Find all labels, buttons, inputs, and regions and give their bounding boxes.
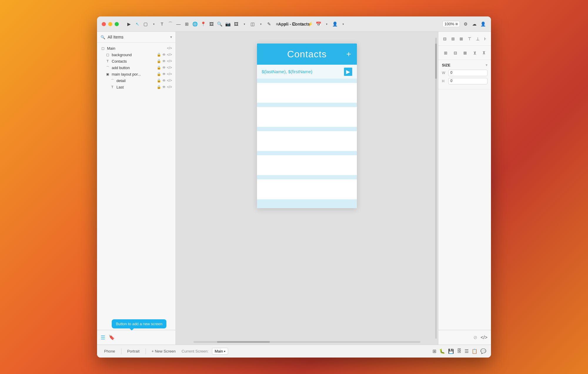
list-row-5[interactable]	[257, 179, 357, 199]
align-left-icon[interactable]: ⊟	[443, 36, 447, 41]
search-icon[interactable]: 🔍	[216, 21, 223, 27]
code-icon[interactable]: </>	[167, 66, 172, 70]
cloud-icon[interactable]: ☁	[471, 21, 477, 27]
user-dropdown-icon[interactable]: ▾	[340, 21, 346, 27]
size-chevron-icon[interactable]: ▾	[486, 63, 487, 67]
eye-icon[interactable]: 👁	[162, 59, 166, 63]
lock-icon[interactable]: 🔒	[157, 72, 161, 76]
screen-select[interactable]: Main ▾	[212, 348, 228, 355]
line-icon[interactable]: —	[175, 21, 182, 27]
tree-item-add-button[interactable]: ⌒ add button 🔒 👁 </>	[97, 64, 176, 71]
tree-item-last[interactable]: T Last 🔒 👁 </>	[97, 84, 176, 90]
zoom-dropdown-icon[interactable]: ⊞	[455, 22, 458, 26]
lock-icon[interactable]: 🔒	[157, 85, 161, 89]
account-icon[interactable]: 👤	[480, 21, 486, 27]
calendar-icon[interactable]: 📅	[315, 21, 322, 27]
eye-icon[interactable]: 👁	[162, 66, 166, 70]
lock-icon[interactable]: 🔒	[157, 53, 161, 57]
chat-icon[interactable]: 💬	[480, 348, 486, 354]
align-center-icon[interactable]: ⊞	[451, 36, 455, 41]
canvas-scrollbar[interactable]	[435, 38, 437, 339]
media-icon[interactable]: 🖼	[233, 21, 239, 27]
user-icon[interactable]: 👤	[332, 21, 338, 27]
eye-icon[interactable]: 👁	[162, 79, 166, 83]
list-row-3[interactable]	[257, 131, 357, 151]
export-icon[interactable]: 📋	[472, 348, 477, 354]
screen-icon[interactable]: ◫	[249, 21, 256, 27]
tree-item-background[interactable]: ▢ background 🔒 👁 </>	[97, 51, 176, 58]
code-icon[interactable]: </>	[167, 85, 172, 89]
globe-icon[interactable]: 🌐	[192, 21, 198, 27]
list-row-2[interactable]	[257, 107, 357, 127]
list-row-1[interactable]	[257, 83, 357, 103]
lock-icon[interactable]: 🔒	[157, 79, 161, 83]
width-input[interactable]: 0	[448, 70, 487, 76]
tree-item-main-layout[interactable]: ▣ main layout por... 🔒 👁 </>	[97, 71, 176, 77]
minimize-button[interactable]	[108, 22, 112, 26]
data-icon[interactable]: 🗄	[457, 348, 462, 354]
tree-item-detail[interactable]: ⌒ detail 🔒 👁 </>	[97, 77, 176, 84]
code-icon[interactable]: </>	[167, 72, 172, 76]
calendar-dropdown-icon[interactable]: ▾	[323, 21, 330, 27]
grid-item-icon: ▣	[105, 72, 110, 76]
new-screen-button[interactable]: + New Screen	[149, 348, 178, 355]
eye-icon[interactable]: 👁	[162, 53, 166, 57]
tab-phone[interactable]: Phone	[102, 348, 118, 355]
phone-list-arrow-icon[interactable]: ▶	[344, 68, 352, 76]
list-row-4[interactable]	[257, 155, 357, 175]
eye-icon[interactable]: 👁	[162, 85, 166, 89]
camera-icon[interactable]: 📷	[225, 21, 231, 27]
tree-item-contacts[interactable]: T Contacts 🔒 👁 </>	[97, 58, 176, 64]
lock-icon[interactable]: 🔒	[157, 59, 161, 63]
code-icon[interactable]: </>	[167, 79, 172, 83]
tree-item-actions: 🔒 👁 </>	[157, 59, 172, 63]
code-icon[interactable]: </>	[167, 53, 172, 57]
sidebar-bottom: Button to add a new screen ☰ 🔖	[97, 330, 176, 345]
bookmark-icon[interactable]: 🔖	[109, 335, 115, 340]
database-icon[interactable]: 💾	[448, 348, 454, 354]
text-icon[interactable]: T	[159, 21, 165, 27]
debug-icon[interactable]: 🐛	[439, 348, 445, 354]
tab-portrait[interactable]: Portrait	[125, 348, 142, 355]
right-panel: ⊟ ⊞ ⊠ ⊤ ⊥ ⊦ ⊞ ⊟ ⊠ ⊻ ⊼ SIZE ▾ W	[438, 32, 491, 345]
play-icon[interactable]: ▶	[126, 21, 132, 27]
media-dropdown-icon[interactable]: ▾	[241, 21, 248, 27]
table-icon[interactable]: ⊞	[183, 21, 190, 27]
stack-icon[interactable]: ⊻	[473, 51, 476, 55]
align-right-icon[interactable]: ⊠	[460, 36, 463, 41]
location-icon[interactable]: 📍	[200, 21, 206, 27]
eye-icon[interactable]: 👁	[162, 72, 166, 76]
align-bottom-icon[interactable]: ⊦	[484, 36, 486, 41]
resize-icon[interactable]: ⊠	[463, 51, 467, 55]
clear-icon[interactable]: ⊘	[473, 335, 477, 340]
height-input[interactable]: 0	[448, 78, 487, 84]
align-middle-icon[interactable]: ⊥	[476, 36, 480, 41]
chart-icon[interactable]: ⊼	[482, 51, 485, 55]
search-input[interactable]	[108, 35, 168, 39]
canvas-hscrollbar[interactable]	[193, 341, 420, 343]
zoom-control[interactable]: 100% ⊞	[442, 21, 460, 27]
close-button[interactable]	[102, 22, 106, 26]
filter-dropdown-icon[interactable]: ▾	[170, 35, 172, 39]
screen-dropdown-icon[interactable]: ▾	[258, 21, 264, 27]
distribute-v-icon[interactable]: ⊟	[454, 51, 457, 55]
oval-icon[interactable]: ⌒	[167, 21, 173, 27]
list-view-icon[interactable]: ☰	[101, 334, 105, 341]
phone-add-button[interactable]: +	[346, 49, 351, 59]
image-icon[interactable]: 🖼	[208, 21, 215, 27]
distribute-h-icon[interactable]: ⊞	[444, 51, 447, 55]
lock-icon[interactable]: 🔒	[157, 66, 161, 70]
maximize-button[interactable]	[115, 22, 119, 26]
code-icon[interactable]: </>	[167, 46, 172, 50]
edit-icon[interactable]: ✎	[266, 21, 272, 27]
rect-dropdown-icon[interactable]: ▾	[151, 21, 157, 27]
list-db-icon[interactable]: ☰	[465, 348, 469, 354]
tree-item-main[interactable]: ▢ Main </>	[97, 45, 176, 51]
align-top-icon[interactable]: ⊤	[468, 36, 471, 41]
screens-grid-icon[interactable]: ⊞	[432, 348, 436, 354]
code-panel-icon[interactable]: </>	[481, 335, 487, 340]
cursor-icon[interactable]: ↖	[134, 21, 141, 27]
code-icon[interactable]: </>	[167, 59, 172, 63]
settings-icon[interactable]: ⚙	[462, 21, 469, 27]
rect-icon[interactable]: ▢	[142, 21, 149, 27]
